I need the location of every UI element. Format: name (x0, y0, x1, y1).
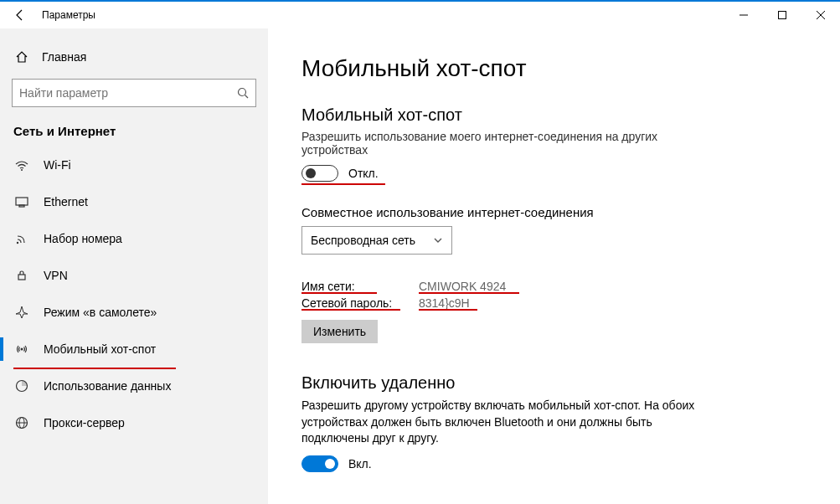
hotspot-toggle-label: Откл. (348, 167, 379, 180)
content-area: Мобильный хот-спот Мобильный хот-спот Ра… (268, 28, 840, 504)
svg-rect-8 (18, 275, 25, 280)
data-usage-icon (13, 378, 30, 393)
nav-item-hotspot[interactable]: Мобильный хот-спот (0, 331, 268, 368)
maximize-icon (778, 11, 786, 19)
nav-item-airplane[interactable]: Режим «в самолете» (0, 294, 268, 331)
hotspot-heading: Мобильный хот-спот (301, 105, 807, 125)
hotspot-toggle[interactable] (301, 165, 338, 182)
airplane-icon (13, 305, 30, 320)
share-select-value: Беспроводная сеть (311, 234, 415, 247)
arrow-left-icon (13, 8, 27, 22)
home-icon (13, 50, 30, 64)
svg-line-3 (245, 95, 249, 99)
nav-item-vpn[interactable]: VPN (0, 257, 268, 294)
remote-heading: Включить удаленно (301, 373, 807, 393)
hotspot-toggle-row: Откл. (301, 165, 807, 182)
nav-label: Wi-Fi (44, 158, 71, 172)
annotation-underline (419, 292, 519, 294)
chevron-down-icon (433, 235, 443, 245)
back-button[interactable] (3, 2, 37, 28)
minimize-button[interactable] (724, 2, 763, 28)
remote-toggle[interactable] (301, 455, 338, 472)
nav-label: Режим «в самолете» (44, 306, 157, 319)
nav-item-proxy[interactable]: Прокси-сервер (0, 404, 268, 441)
nav-item-data-usage[interactable]: Использование данных (0, 368, 268, 404)
network-name-value: CMIWORK 4924 (419, 280, 506, 293)
close-icon (817, 11, 825, 19)
sidebar: Главная Сеть и Интернет Wi-Fi Ethern (0, 28, 268, 504)
nav-item-ethernet[interactable]: Ethernet (0, 183, 268, 220)
edit-button[interactable]: Изменить (301, 320, 378, 343)
page-title: Мобильный хот-спот (301, 55, 807, 82)
svg-point-9 (21, 348, 23, 351)
nav-label: VPN (44, 269, 68, 282)
share-select[interactable]: Беспроводная сеть (301, 226, 452, 255)
svg-rect-1 (779, 12, 786, 19)
annotation-underline (301, 309, 400, 311)
network-name-label: Имя сети: (301, 280, 419, 293)
network-name-row: Имя сети: CMIWORK 4924 (301, 280, 807, 293)
nav-item-wifi[interactable]: Wi-Fi (0, 147, 268, 183)
window-title: Параметры (42, 9, 95, 21)
annotation-underline (301, 292, 377, 294)
close-button[interactable] (801, 2, 840, 28)
hotspot-description: Разрешить использование моего интернет-с… (301, 130, 703, 157)
wifi-icon (13, 157, 30, 172)
search-icon (237, 87, 249, 99)
search-input[interactable] (19, 86, 237, 100)
nav-label: Ethernet (44, 195, 88, 208)
svg-point-4 (21, 169, 23, 171)
svg-rect-6 (19, 205, 24, 207)
minimize-icon (740, 11, 748, 19)
ethernet-icon (13, 194, 30, 209)
titlebar: Параметры (0, 2, 840, 28)
nav-label: Использование данных (44, 379, 171, 393)
maximize-button[interactable] (763, 2, 801, 28)
remote-toggle-row: Вкл. (301, 455, 807, 472)
network-password-value: 8314}c9H (419, 296, 470, 310)
svg-point-7 (17, 242, 18, 244)
dialup-icon (13, 231, 30, 246)
annotation-underline (419, 309, 477, 311)
vpn-icon (13, 268, 30, 283)
nav-label: Мобильный хот-спот (44, 342, 156, 356)
share-heading: Совместное использование интернет-соедин… (301, 205, 807, 219)
network-password-label: Сетевой пароль: (301, 296, 419, 310)
hotspot-icon (13, 342, 30, 357)
nav-item-dialup[interactable]: Набор номера (0, 220, 268, 257)
home-label: Главная (42, 50, 86, 64)
svg-rect-5 (16, 198, 28, 205)
proxy-icon (13, 415, 30, 430)
home-link[interactable]: Главная (0, 44, 268, 70)
svg-point-2 (239, 89, 246, 96)
search-box[interactable] (12, 79, 256, 107)
nav-label: Набор номера (44, 232, 122, 245)
network-password-row: Сетевой пароль: 8314}c9H (301, 296, 807, 310)
remote-description: Разрешить другому устройству включать мо… (301, 398, 703, 447)
section-heading: Сеть и Интернет (0, 121, 268, 147)
remote-toggle-label: Вкл. (348, 457, 372, 471)
annotation-underline (301, 183, 385, 185)
nav-label: Прокси-сервер (44, 416, 125, 429)
